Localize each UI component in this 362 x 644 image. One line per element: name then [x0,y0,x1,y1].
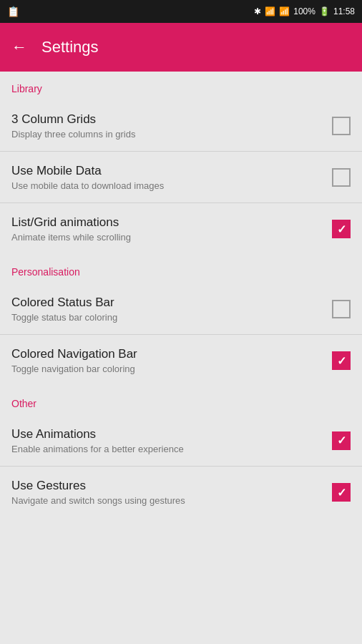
setting-title: Use Gestures [11,479,332,493]
setting-title: 3 Column Grids [11,112,332,127]
setting-text: Colored Status Bar Toggle status bar col… [11,296,332,323]
setting-item-use-mobile-data[interactable]: Use Mobile Data Use mobile data to downl… [0,152,362,203]
setting-subtitle: Navigate and switch songs using gestures [11,495,332,506]
app-bar: ← Settings [0,23,362,72]
page-title: Settings [41,38,99,57]
checkbox-use-mobile-data[interactable] [332,168,351,187]
setting-title: Colored Navigation Bar [11,347,332,361]
section-library: Library 3 Column Grids Display three col… [0,72,362,255]
battery-text: 100% [293,6,315,16]
back-button[interactable]: ← [11,38,27,57]
checkbox-colored-navigation-bar[interactable] [332,351,351,370]
bluetooth-icon: ✱ [254,6,261,16]
setting-item-three-column-grids[interactable]: 3 Column Grids Display three columns in … [0,100,362,152]
time: 11:58 [333,6,355,16]
setting-text: Use Gestures Navigate and switch songs u… [11,479,332,506]
setting-subtitle: Animate items while scrolling [11,232,332,243]
setting-subtitle: Use mobile data to download images [11,180,332,191]
section-other: Other Use Animations Enable animations f… [0,386,362,518]
setting-item-use-gestures[interactable]: Use Gestures Navigate and switch songs u… [0,467,362,518]
setting-text: Use Animations Enable animations for a b… [11,427,332,454]
status-bar: 📋 ✱ 📶 📶 100% 🔋 11:58 [0,0,362,23]
setting-item-colored-navigation-bar[interactable]: Colored Navigation Bar Toggle navigation… [0,335,362,386]
setting-subtitle: Toggle navigation bar coloring [11,364,332,374]
checkbox-use-gestures[interactable] [332,483,351,502]
section-personalisation: Personalisation Colored Status Bar Toggl… [0,255,362,386]
setting-text: Colored Navigation Bar Toggle navigation… [11,347,332,374]
setting-item-colored-status-bar[interactable]: Colored Status Bar Toggle status bar col… [0,283,362,335]
battery-icon: 🔋 [319,6,330,16]
setting-item-list-grid-animations[interactable]: List/Grid animations Animate items while… [0,203,362,255]
status-bar-right: ✱ 📶 📶 100% 🔋 11:58 [254,6,355,16]
checkbox-list-grid-animations[interactable] [332,220,351,238]
setting-title: Use Mobile Data [11,164,332,178]
wifi-icon: 📶 [265,6,275,16]
checkbox-use-animations[interactable] [332,431,351,450]
setting-text: 3 Column Grids Display three columns in … [11,112,332,140]
section-header-library: Library [0,72,362,100]
section-header-personalisation: Personalisation [0,255,362,283]
setting-subtitle: Toggle status bar coloring [11,312,332,323]
setting-subtitle: Display three columns in grids [11,129,332,140]
notification-icon: 📋 [7,6,19,17]
checkbox-colored-status-bar[interactable] [332,300,351,318]
signal-icon: 📶 [279,6,290,16]
setting-subtitle: Enable animations for a better experienc… [11,444,332,454]
setting-item-use-animations[interactable]: Use Animations Enable animations for a b… [0,415,362,467]
checkbox-three-column-grids[interactable] [332,117,351,135]
setting-text: Use Mobile Data Use mobile data to downl… [11,164,332,191]
setting-title: Colored Status Bar [11,296,332,310]
section-header-other: Other [0,386,362,415]
setting-text: List/Grid animations Animate items while… [11,215,332,243]
status-bar-left: 📋 [7,6,19,17]
settings-content: Library 3 Column Grids Display three col… [0,72,362,644]
setting-title: List/Grid animations [11,215,332,230]
setting-title: Use Animations [11,427,332,441]
